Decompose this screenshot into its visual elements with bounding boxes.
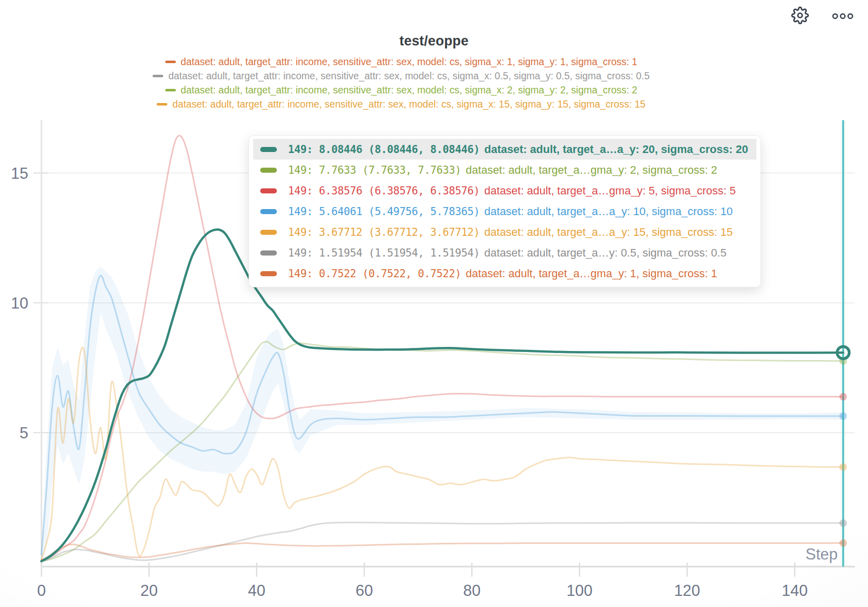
tooltip-row-swatch [260, 230, 277, 235]
legend-swatch [157, 103, 167, 106]
series-line [41, 543, 843, 560]
legend-item-label: dataset: adult, target_attr: income, sen… [181, 57, 638, 67]
tooltip-row-values: 149: 5.64061 (5.49756, 5.78365) [288, 206, 480, 218]
series-end-dot [839, 393, 847, 400]
legend-item: dataset: adult, target_attr: income, sen… [165, 85, 638, 95]
tooltip-row-swatch [260, 147, 277, 152]
tooltip-row-swatch [260, 250, 277, 256]
tooltip-row-values: 149: 8.08446 (8.08446, 8.08446) [288, 143, 480, 156]
tooltip-row-swatch [260, 188, 277, 193]
x-tick-label: 140 [782, 582, 808, 599]
legend-swatch [165, 89, 176, 91]
series-end-dot [839, 412, 847, 420]
series-band [41, 267, 843, 563]
tooltip-row[interactable]: 149: 7.7633 (7.7633, 7.7633)dataset: adu… [253, 160, 756, 180]
legend-item: dataset: adult, target_attr: income, sen… [157, 99, 645, 110]
tooltip-row-swatch [260, 271, 277, 276]
legend-item-label: dataset: adult, target_attr: income, sen… [172, 99, 645, 110]
legend-item-label: dataset: adult, target_attr: income, sen… [168, 71, 650, 81]
x-tick-label: 120 [674, 582, 700, 599]
tooltip-row-values: 149: 6.38576 (6.38576, 6.38576) [288, 185, 480, 197]
legend-item: dataset: adult, target_attr: income, sen… [165, 57, 638, 67]
y-tick-label: 10 [11, 294, 28, 312]
tooltip-row-run-label: dataset: adult, target_a…a_y: 20, sigma_… [485, 143, 748, 156]
tooltip-row-run-label: dataset: adult, target_a…gma_y: 2, sigma… [466, 164, 717, 177]
y-tick-label: 5 [20, 424, 28, 442]
tooltip-row[interactable]: 149: 1.51954 (1.51954, 1.51954)dataset: … [253, 242, 756, 263]
legend-swatch [153, 75, 163, 77]
tooltip-row-swatch [260, 168, 277, 173]
tooltip-row-values: 149: 0.7522 (0.7522, 0.7522) [288, 268, 461, 280]
tooltip-row[interactable]: 149: 3.67712 (3.67712, 3.67712)dataset: … [253, 222, 756, 242]
page-title: test/eoppe [0, 33, 868, 49]
series-line [41, 347, 843, 560]
chart-legend: dataset: adult, target_attr: income, sen… [0, 57, 802, 110]
y-tick-label: 15 [11, 165, 28, 182]
ellipsis-icon[interactable] [831, 12, 854, 20]
series-end-dot [839, 463, 847, 471]
step-axis-label: Step [805, 545, 838, 563]
chart-tooltip: 149: 8.08446 (8.08446, 8.08446)dataset: … [249, 135, 761, 287]
x-tick-label: 20 [140, 582, 158, 599]
legend-swatch [165, 61, 176, 63]
tooltip-row[interactable]: 149: 8.08446 (8.08446, 8.08446)dataset: … [253, 139, 756, 160]
x-tick-label: 40 [248, 582, 265, 599]
gear-icon[interactable] [791, 7, 809, 24]
x-tick-label: 80 [463, 582, 480, 599]
tooltip-row-values: 149: 1.51954 (1.51954, 1.51954) [288, 247, 480, 259]
tooltip-row[interactable]: 149: 6.38576 (6.38576, 6.38576)dataset: … [253, 180, 756, 201]
tooltip-row-run-label: dataset: adult, target_a…gma_y: 1, sigma… [466, 267, 717, 280]
tooltip-row-run-label: dataset: adult, target_a…a_y: 15, sigma_… [485, 226, 733, 239]
legend-item-label: dataset: adult, target_attr: income, sen… [181, 85, 638, 95]
tooltip-row[interactable]: 149: 0.7522 (0.7522, 0.7522)dataset: adu… [253, 263, 756, 284]
x-tick-label: 0 [37, 582, 45, 599]
tooltip-row-run-label: dataset: adult, target_a…y: 0.5, sigma_c… [485, 246, 727, 260]
tooltip-row-values: 149: 7.7633 (7.7633, 7.7633) [288, 164, 461, 176]
series-end-dot [839, 539, 847, 547]
tooltip-row-run-label: dataset: adult, target_a…a_y: 10, sigma_… [485, 205, 733, 218]
x-tick-label: 100 [566, 582, 593, 599]
tooltip-row[interactable]: 149: 5.64061 (5.49756, 5.78365)dataset: … [253, 201, 756, 222]
tooltip-row-values: 149: 3.67712 (3.67712, 3.67712) [288, 226, 480, 238]
series-end-dot [839, 519, 847, 527]
tooltip-row-swatch [260, 209, 277, 214]
legend-item: dataset: adult, target_attr: income, sen… [153, 71, 650, 81]
x-tick-label: 60 [356, 582, 373, 599]
tooltip-row-run-label: dataset: adult, target_a…gma_y: 5, sigma… [485, 184, 736, 197]
